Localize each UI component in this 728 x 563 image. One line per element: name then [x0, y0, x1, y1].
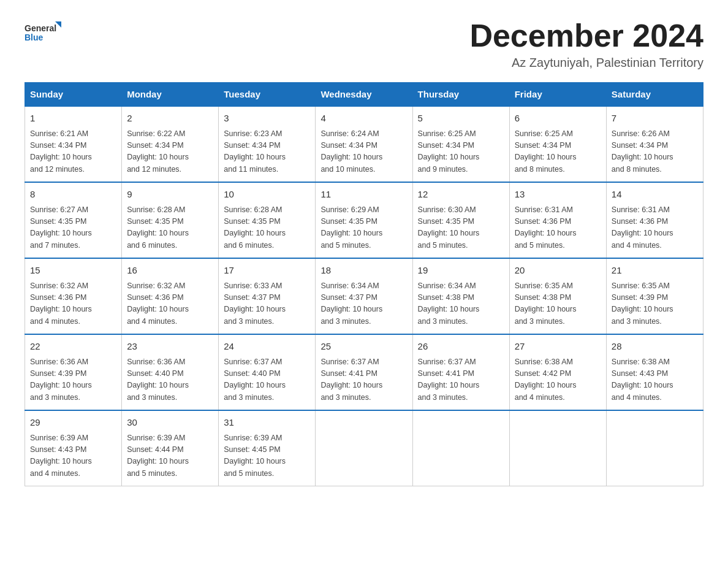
col-header-sunday: Sunday — [25, 83, 122, 107]
day-number: 16 — [127, 264, 213, 278]
calendar-week-row: 15 Sunrise: 6:32 AMSunset: 4:36 PMDaylig… — [25, 258, 703, 334]
day-info: Sunrise: 6:24 AMSunset: 4:34 PMDaylight:… — [320, 128, 407, 176]
day-number: 20 — [515, 264, 601, 278]
calendar-cell: 28 Sunrise: 6:38 AMSunset: 4:43 PMDaylig… — [606, 334, 703, 410]
calendar-cell — [316, 410, 412, 486]
day-info: Sunrise: 6:30 AMSunset: 4:35 PMDaylight:… — [418, 204, 504, 252]
day-info: Sunrise: 6:36 AMSunset: 4:40 PMDaylight:… — [127, 356, 213, 404]
day-info: Sunrise: 6:39 AMSunset: 4:43 PMDaylight:… — [30, 432, 116, 480]
day-info: Sunrise: 6:35 AMSunset: 4:38 PMDaylight:… — [515, 280, 601, 328]
day-number: 14 — [612, 188, 698, 202]
calendar-cell — [509, 410, 606, 486]
day-number: 21 — [612, 264, 698, 278]
calendar-cell: 23 Sunrise: 6:36 AMSunset: 4:40 PMDaylig… — [122, 334, 219, 410]
day-number: 17 — [224, 264, 310, 278]
day-info: Sunrise: 6:34 AMSunset: 4:38 PMDaylight:… — [418, 280, 504, 328]
day-number: 29 — [30, 416, 116, 430]
calendar-cell: 30 Sunrise: 6:39 AMSunset: 4:44 PMDaylig… — [122, 410, 219, 486]
day-number: 1 — [30, 112, 116, 126]
calendar-cell: 11 Sunrise: 6:29 AMSunset: 4:35 PMDaylig… — [316, 182, 412, 258]
calendar-cell: 1 Sunrise: 6:21 AMSunset: 4:34 PMDayligh… — [25, 106, 122, 182]
day-number: 22 — [30, 340, 116, 354]
day-number: 28 — [612, 340, 698, 354]
day-number: 6 — [515, 112, 601, 126]
day-info: Sunrise: 6:38 AMSunset: 4:43 PMDaylight:… — [612, 356, 698, 404]
calendar-cell: 2 Sunrise: 6:22 AMSunset: 4:34 PMDayligh… — [122, 106, 219, 182]
calendar-cell: 10 Sunrise: 6:28 AMSunset: 4:35 PMDaylig… — [219, 182, 316, 258]
day-number: 2 — [127, 112, 213, 126]
calendar-header-row: SundayMondayTuesdayWednesdayThursdayFrid… — [25, 83, 703, 107]
day-number: 3 — [224, 112, 310, 126]
day-info: Sunrise: 6:39 AMSunset: 4:44 PMDaylight:… — [127, 432, 213, 480]
calendar-cell: 19 Sunrise: 6:34 AMSunset: 4:38 PMDaylig… — [412, 258, 509, 334]
col-header-tuesday: Tuesday — [219, 83, 316, 107]
day-number: 8 — [30, 188, 116, 202]
day-info: Sunrise: 6:37 AMSunset: 4:40 PMDaylight:… — [224, 356, 310, 404]
day-info: Sunrise: 6:21 AMSunset: 4:34 PMDaylight:… — [30, 128, 116, 176]
calendar-cell: 17 Sunrise: 6:33 AMSunset: 4:37 PMDaylig… — [219, 258, 316, 334]
svg-text:Blue: Blue — [25, 33, 44, 42]
page-title: December 2024 — [469, 18, 703, 53]
day-info: Sunrise: 6:32 AMSunset: 4:36 PMDaylight:… — [30, 280, 116, 328]
calendar-cell: 21 Sunrise: 6:35 AMSunset: 4:39 PMDaylig… — [606, 258, 703, 334]
calendar-cell — [412, 410, 509, 486]
day-number: 10 — [224, 188, 310, 202]
day-info: Sunrise: 6:29 AMSunset: 4:35 PMDaylight:… — [320, 204, 407, 252]
calendar-cell: 16 Sunrise: 6:32 AMSunset: 4:36 PMDaylig… — [122, 258, 219, 334]
day-number: 18 — [320, 264, 407, 278]
day-number: 5 — [418, 112, 504, 126]
day-info: Sunrise: 6:36 AMSunset: 4:39 PMDaylight:… — [30, 356, 116, 404]
calendar-week-row: 29 Sunrise: 6:39 AMSunset: 4:43 PMDaylig… — [25, 410, 703, 486]
calendar-cell: 31 Sunrise: 6:39 AMSunset: 4:45 PMDaylig… — [219, 410, 316, 486]
day-number: 19 — [418, 264, 504, 278]
day-number: 15 — [30, 264, 116, 278]
day-info: Sunrise: 6:37 AMSunset: 4:41 PMDaylight:… — [418, 356, 504, 404]
calendar-cell: 6 Sunrise: 6:25 AMSunset: 4:34 PMDayligh… — [509, 106, 606, 182]
day-number: 4 — [320, 112, 407, 126]
calendar-table: SundayMondayTuesdayWednesdayThursdayFrid… — [25, 82, 703, 486]
calendar-cell: 18 Sunrise: 6:34 AMSunset: 4:37 PMDaylig… — [316, 258, 412, 334]
day-number: 23 — [127, 340, 213, 354]
day-info: Sunrise: 6:33 AMSunset: 4:37 PMDaylight:… — [224, 280, 310, 328]
svg-text:General: General — [25, 23, 56, 33]
day-number: 11 — [320, 188, 407, 202]
day-info: Sunrise: 6:25 AMSunset: 4:34 PMDaylight:… — [418, 128, 504, 176]
day-info: Sunrise: 6:28 AMSunset: 4:35 PMDaylight:… — [224, 204, 310, 252]
day-info: Sunrise: 6:26 AMSunset: 4:34 PMDaylight:… — [612, 128, 698, 176]
logo: General Blue — [25, 18, 61, 49]
calendar-cell: 9 Sunrise: 6:28 AMSunset: 4:35 PMDayligh… — [122, 182, 219, 258]
day-info: Sunrise: 6:37 AMSunset: 4:41 PMDaylight:… — [320, 356, 407, 404]
day-number: 24 — [224, 340, 310, 354]
day-number: 30 — [127, 416, 213, 430]
day-info: Sunrise: 6:35 AMSunset: 4:39 PMDaylight:… — [612, 280, 698, 328]
calendar-cell: 13 Sunrise: 6:31 AMSunset: 4:36 PMDaylig… — [509, 182, 606, 258]
day-info: Sunrise: 6:28 AMSunset: 4:35 PMDaylight:… — [127, 204, 213, 252]
day-number: 27 — [515, 340, 601, 354]
calendar-cell: 12 Sunrise: 6:30 AMSunset: 4:35 PMDaylig… — [412, 182, 509, 258]
day-number: 9 — [127, 188, 213, 202]
calendar-week-row: 1 Sunrise: 6:21 AMSunset: 4:34 PMDayligh… — [25, 106, 703, 182]
calendar-cell: 25 Sunrise: 6:37 AMSunset: 4:41 PMDaylig… — [316, 334, 412, 410]
day-number: 13 — [515, 188, 601, 202]
day-number: 7 — [612, 112, 698, 126]
calendar-cell: 7 Sunrise: 6:26 AMSunset: 4:34 PMDayligh… — [606, 106, 703, 182]
calendar-cell: 29 Sunrise: 6:39 AMSunset: 4:43 PMDaylig… — [25, 410, 122, 486]
day-info: Sunrise: 6:38 AMSunset: 4:42 PMDaylight:… — [515, 356, 601, 404]
calendar-cell: 27 Sunrise: 6:38 AMSunset: 4:42 PMDaylig… — [509, 334, 606, 410]
day-info: Sunrise: 6:39 AMSunset: 4:45 PMDaylight:… — [224, 432, 310, 480]
page-header: General Blue December 2024 Az Zaytuniyah… — [25, 18, 703, 70]
calendar-cell: 8 Sunrise: 6:27 AMSunset: 4:35 PMDayligh… — [25, 182, 122, 258]
calendar-cell: 22 Sunrise: 6:36 AMSunset: 4:39 PMDaylig… — [25, 334, 122, 410]
calendar-cell: 3 Sunrise: 6:23 AMSunset: 4:34 PMDayligh… — [219, 106, 316, 182]
day-info: Sunrise: 6:31 AMSunset: 4:36 PMDaylight:… — [515, 204, 601, 252]
calendar-cell: 14 Sunrise: 6:31 AMSunset: 4:36 PMDaylig… — [606, 182, 703, 258]
title-section: December 2024 Az Zaytuniyah, Palestinian… — [469, 18, 703, 70]
col-header-wednesday: Wednesday — [316, 83, 412, 107]
calendar-week-row: 22 Sunrise: 6:36 AMSunset: 4:39 PMDaylig… — [25, 334, 703, 410]
day-info: Sunrise: 6:25 AMSunset: 4:34 PMDaylight:… — [515, 128, 601, 176]
day-number: 25 — [320, 340, 407, 354]
day-number: 26 — [418, 340, 504, 354]
col-header-friday: Friday — [509, 83, 606, 107]
day-number: 31 — [224, 416, 310, 430]
logo-svg: General Blue — [25, 18, 61, 49]
